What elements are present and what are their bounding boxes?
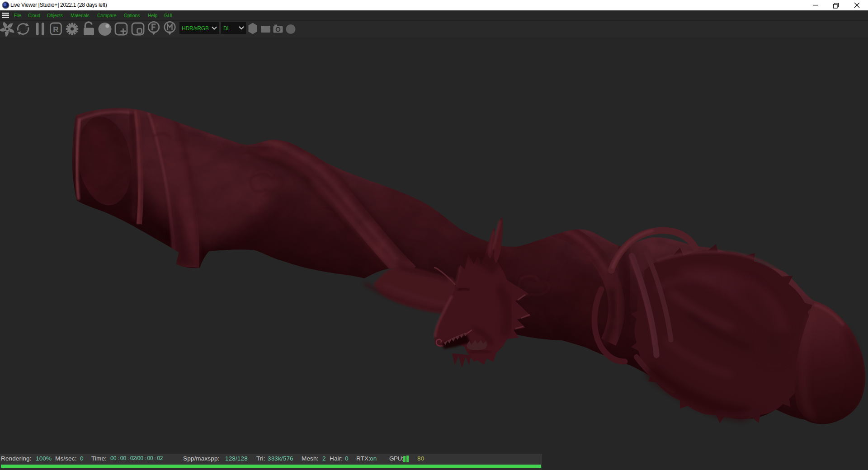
svg-text:R: R: [53, 25, 58, 34]
